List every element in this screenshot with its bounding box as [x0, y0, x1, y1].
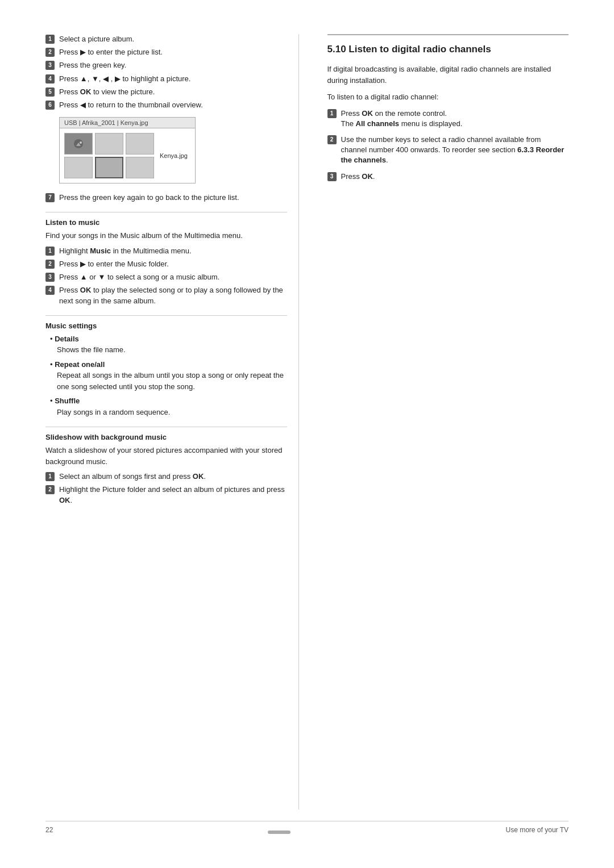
listen-music-title: Listen to music: [45, 218, 287, 227]
ss-step-text-2: Highlight the Picture folder and select …: [59, 485, 287, 505]
thumb-cell-4: [64, 157, 93, 178]
rc-step-2: 2 Use the number keys to select a radio …: [327, 135, 569, 166]
lm-step-2: 2 Press ▶ to enter the Music folder.: [45, 259, 287, 269]
ms-item-3: Shuffle Play songs in a random sequence.: [50, 395, 287, 418]
step-3: 3 Press the green key.: [45, 60, 287, 70]
music-settings-title: Music settings: [45, 322, 287, 330]
ss-step-text-1: Select an album of songs first and press…: [59, 471, 287, 482]
thumbnail-header: USB | Afrika_2001 | Kenya.jpg: [60, 118, 195, 128]
thumb-cell-2: [95, 133, 123, 155]
ss-step-num-1: 1: [45, 472, 55, 481]
thumbnail-label: Kenya.jpg: [160, 152, 188, 159]
thumb-cell-1: [64, 133, 93, 155]
step-5: 5 Press OK to view the picture.: [45, 87, 287, 97]
step-num-6: 6: [45, 101, 55, 110]
section-num: 5.10: [327, 44, 346, 55]
rc-step-num-3: 3: [327, 172, 337, 181]
thumb-cell-5: [95, 157, 123, 178]
step-text-5: Press OK to view the picture.: [59, 87, 287, 97]
ms-item-2: Repeat one/all Repeat all songs in the a…: [50, 359, 287, 393]
ss-step-num-2: 2: [45, 485, 55, 494]
step-6: 6 Press ◀ to return to the thumbnail ove…: [45, 100, 287, 110]
step-num-1: 1: [45, 35, 55, 44]
step-text-6: Press ◀ to return to the thumbnail overv…: [59, 100, 287, 110]
ms-item-1: Details Shows the file name.: [50, 333, 287, 356]
rc-step-text-2: Use the number keys to select a radio ch…: [341, 135, 569, 166]
svg-point-1: [80, 141, 82, 144]
step-text-1: Select a picture album.: [59, 34, 287, 44]
lm-step-num-2: 2: [45, 260, 55, 269]
step-num-7: 7: [45, 193, 55, 202]
footer-center: [268, 831, 291, 834]
lm-step-4: 4 Press OK to play the selected song or …: [45, 285, 287, 306]
step-num-3: 3: [45, 61, 55, 70]
listen-music-desc: Find your songs in the Music album of th…: [45, 230, 287, 241]
intro-steps: 1 Select a picture album. 2 Press ▶ to e…: [45, 34, 287, 110]
step-2: 2 Press ▶ to enter the picture list.: [45, 47, 287, 57]
rc-step-3: 3 Press OK.: [327, 172, 569, 182]
slideshow-steps: 1 Select an album of songs first and pre…: [45, 471, 287, 506]
right-column: 5.10 Listen to digital radio channels If…: [322, 34, 569, 809]
step-4: 4 Press ▲, ▼, ◀ , ▶ to highlight a pictu…: [45, 74, 287, 84]
step-text-2: Press ▶ to enter the picture list.: [59, 47, 287, 57]
music-settings-list: Details Shows the file name. Repeat one/…: [50, 333, 287, 418]
page-number: 22: [45, 826, 53, 834]
lm-step-3: 3 Press ▲ or ▼ to select a song or a mus…: [45, 272, 287, 282]
thumb-cell-3: [126, 133, 154, 155]
step-num-5: 5: [45, 87, 55, 97]
step-7: 7 Press the green key again to go back t…: [45, 193, 287, 203]
music-settings-divider: [45, 315, 287, 316]
rc-step-num-1: 1: [327, 109, 337, 118]
slideshow-divider: [45, 427, 287, 427]
ms-sub-1: Shows the file name.: [57, 344, 287, 356]
listen-music-divider: [45, 212, 287, 212]
lm-step-text-4: Press OK to play the selected song or to…: [59, 285, 287, 306]
thumb-cell-6: [126, 157, 154, 178]
lm-step-text-3: Press ▲ or ▼ to select a song or a music…: [59, 272, 287, 282]
thumbnail-body: Kenya.jpg: [60, 128, 195, 183]
step-num-2: 2: [45, 48, 55, 57]
ss-step-2: 2 Highlight the Picture folder and selec…: [45, 485, 287, 505]
step-text-4: Press ▲, ▼, ◀ , ▶ to highlight a picture…: [59, 74, 287, 84]
ms-label-2: Repeat one/all: [55, 360, 105, 369]
listen-music-steps: 1 Highlight Music in the Multimedia menu…: [45, 246, 287, 306]
rc-step-text-1: Press OK on the remote control.: [341, 108, 447, 119]
rc-step-num-2: 2: [327, 135, 337, 144]
lm-step-text-1: Highlight Music in the Multimedia menu.: [59, 246, 287, 256]
thumbnail-grid: [64, 133, 154, 178]
page-tag: Use more of your TV: [506, 826, 569, 834]
ss-step-1: 1 Select an album of songs first and pre…: [45, 471, 287, 482]
lm-step-text-2: Press ▶ to enter the Music folder.: [59, 259, 287, 269]
rc-step-text-3: Press OK.: [341, 172, 569, 182]
lm-step-num-3: 3: [45, 273, 55, 282]
lm-step-num-1: 1: [45, 247, 55, 256]
step-1: 1 Select a picture album.: [45, 34, 287, 44]
lm-step-1: 1 Highlight Music in the Multimedia menu…: [45, 246, 287, 256]
right-intro-2: To listen to a digital radio channel:: [327, 91, 569, 103]
rc-step-1: 1 Press OK on the remote control. The Al…: [327, 108, 569, 129]
section-title: Listen to digital radio channels: [349, 44, 491, 55]
ms-label-3: Shuffle: [55, 397, 80, 405]
page-footer: 22 Use more of your TV: [45, 821, 569, 834]
slideshow-title: Slideshow with background music: [45, 433, 287, 441]
slideshow-desc: Watch a slideshow of your stored picture…: [45, 445, 287, 467]
step-text-7: Press the green key again to go back to …: [59, 193, 287, 203]
right-section-heading: 5.10 Listen to digital radio channels: [327, 43, 569, 56]
lm-step-num-4: 4: [45, 286, 55, 295]
right-top-border: [327, 34, 569, 35]
right-steps: 1 Press OK on the remote control. The Al…: [327, 108, 569, 182]
two-column-layout: 1 Select a picture album. 2 Press ▶ to e…: [45, 34, 569, 809]
step-num-4: 4: [45, 74, 55, 84]
step-text-3: Press the green key.: [59, 60, 287, 70]
page: 1 Select a picture album. 2 Press ▶ to e…: [0, 0, 614, 868]
step-7-list: 7 Press the green key again to go back t…: [45, 193, 287, 203]
ms-sub-2: Repeat all songs in the album until you …: [57, 370, 287, 392]
thumbnail-box: USB | Afrika_2001 | Kenya.jpg Kenya.jpg: [59, 117, 196, 183]
left-column: 1 Select a picture album. 2 Press ▶ to e…: [45, 34, 299, 809]
ms-sub-3: Play songs in a random sequence.: [57, 407, 287, 418]
ms-label-1: Details: [55, 335, 79, 343]
rc-step-1-sub: The All channels menu is displayed.: [341, 119, 463, 129]
right-intro-1: If digital broadcasting is available, di…: [327, 64, 569, 86]
